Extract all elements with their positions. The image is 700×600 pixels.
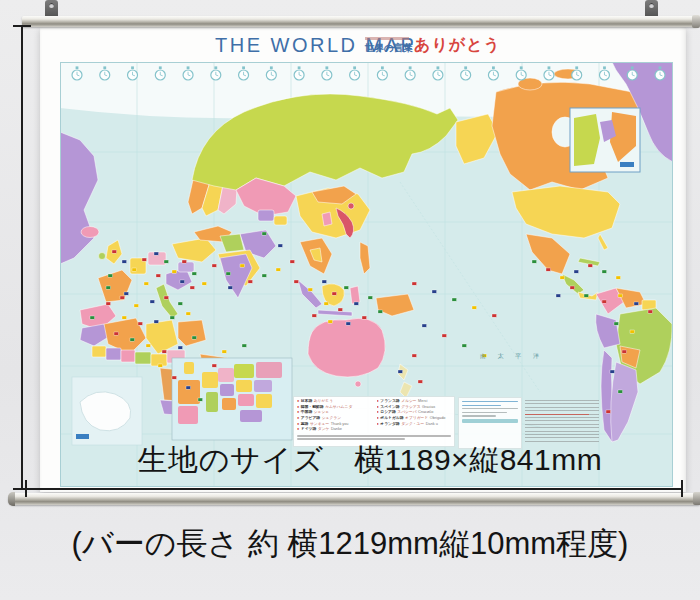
poster-subtitle-group: 世界の言葉 — [365, 36, 415, 55]
flag-marker — [122, 316, 127, 319]
flag-marker — [602, 300, 607, 303]
tagline-micro-text — [365, 37, 409, 40]
phrase-legend-row: ●オランダ語ダンク・ユーDank u — [377, 422, 452, 428]
flag-marker — [192, 336, 197, 339]
phrase-legend-notes — [297, 435, 451, 439]
flag-marker — [106, 302, 111, 305]
flag-marker — [574, 270, 579, 273]
flag-marker — [144, 282, 149, 285]
iceland-region — [81, 227, 99, 238]
flag-marker — [226, 272, 231, 275]
flag-marker — [186, 312, 191, 315]
flag-marker — [124, 292, 129, 295]
flag-marker — [142, 258, 147, 261]
australia-region — [308, 318, 385, 377]
flag-marker — [362, 316, 367, 319]
flag-marker — [546, 268, 551, 271]
flag-marker — [614, 322, 619, 325]
flag-marker — [322, 280, 327, 283]
flag-marker — [584, 294, 589, 297]
flag-marker — [616, 276, 621, 279]
flag-marker — [556, 294, 561, 297]
flag-marker — [344, 286, 349, 289]
flag-marker — [606, 410, 611, 413]
flag-marker — [242, 344, 247, 347]
poster-subtitle: 世界の言葉 — [365, 42, 415, 55]
hook-hole-icon — [49, 3, 54, 8]
flag-marker — [432, 290, 437, 293]
hook-hole-icon — [649, 3, 654, 8]
flag-marker — [332, 292, 337, 295]
flag-marker — [418, 380, 423, 383]
flag-marker — [112, 250, 117, 253]
flag-marker — [178, 346, 183, 349]
flag-marker — [532, 260, 537, 263]
flag-marker — [630, 330, 635, 333]
flag-marker — [368, 296, 373, 299]
fabric-size-label: 生地のサイズ 横1189×縦841mm — [55, 440, 685, 481]
flag-marker — [294, 280, 299, 283]
flag-marker — [162, 350, 167, 353]
phrase-legend-col1: ●日本語ありがとう●韓国・朝鮮語カムサハムニダ●中国語シェシェ●アラビア語シュク… — [297, 399, 372, 433]
flag-marker — [108, 274, 113, 277]
flag-marker — [120, 296, 125, 299]
flag-marker — [462, 344, 467, 347]
flag-marker — [560, 276, 565, 279]
flag-marker — [422, 324, 427, 327]
flag-marker — [442, 334, 447, 337]
flag-marker — [134, 304, 139, 307]
bar-length-note: (バーの長さ 約 横1219mm縦10mm程度) — [0, 523, 700, 565]
flag-marker — [106, 286, 111, 289]
product-photo: THE WORLD MAP 世界の言葉 ありがとう — [0, 0, 700, 600]
flag-marker — [290, 260, 295, 263]
flag-marker — [186, 386, 191, 389]
width-dimension-line — [25, 488, 683, 490]
flag-marker — [114, 332, 119, 335]
map-poster-sheet: THE WORLD MAP 世界の言葉 ありがとう — [40, 27, 686, 492]
flag-marker — [198, 398, 203, 401]
flag-marker — [618, 390, 623, 393]
flag-marker — [262, 232, 267, 235]
flag-marker — [276, 268, 281, 271]
flag-marker — [222, 350, 227, 353]
flag-marker — [150, 300, 155, 303]
flag-marker — [278, 244, 283, 247]
flag-marker — [354, 302, 359, 305]
flag-marker — [618, 294, 623, 297]
flag-marker — [398, 370, 403, 373]
height-dimension-line — [21, 25, 23, 490]
map-notes-highlight — [525, 414, 589, 415]
flag-marker — [190, 286, 195, 289]
flag-marker — [212, 364, 217, 367]
flag-marker — [192, 272, 197, 275]
flag-marker — [170, 316, 175, 319]
flag-marker — [172, 270, 177, 273]
flag-marker — [472, 306, 477, 309]
flag-marker — [262, 274, 267, 277]
flag-marker — [588, 264, 593, 267]
flag-marker — [178, 302, 183, 305]
flag-marker — [90, 316, 95, 319]
flag-marker — [378, 310, 383, 313]
ocean-label: 南 太 平 洋 — [480, 352, 544, 361]
flag-marker — [412, 354, 417, 357]
flag-marker — [346, 322, 351, 325]
flag-marker — [154, 252, 159, 255]
flag-marker — [240, 264, 245, 267]
flag-marker — [202, 282, 207, 285]
flag-marker — [228, 286, 233, 289]
bottom-hanging-bar — [8, 493, 700, 505]
flag-marker — [452, 298, 457, 301]
flag-marker — [622, 350, 627, 353]
flag-marker — [212, 264, 217, 267]
europe-inset — [172, 358, 292, 440]
antarctica-inset — [72, 377, 142, 445]
flag-marker — [570, 286, 575, 289]
flag-marker — [648, 310, 653, 313]
flag-marker — [156, 274, 161, 277]
flag-marker — [164, 296, 169, 299]
top-hanging-bar — [22, 16, 698, 27]
flag-marker — [634, 302, 639, 305]
phrase-legend-row: ●ドイツ語ダンケDanke — [297, 427, 372, 433]
flag-marker — [132, 268, 137, 271]
